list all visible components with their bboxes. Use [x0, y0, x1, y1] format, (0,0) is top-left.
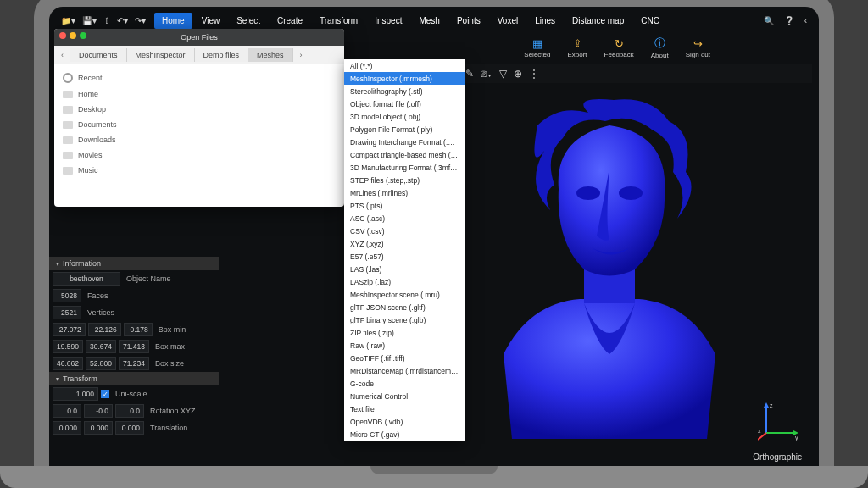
breadcrumb-fwd[interactable]: › [293, 51, 309, 59]
breadcrumb-seg[interactable]: Documents [70, 48, 127, 62]
format-option[interactable]: glTF binary scene (.glb) [344, 313, 465, 326]
tab-mesh[interactable]: Mesh [411, 13, 447, 29]
tab-cnc[interactable]: CNC [633, 13, 667, 29]
undo-icon[interactable]: ↶▾ [117, 16, 128, 25]
breadcrumbs: ‹ Documents MeshInspector Demo files Mes… [54, 46, 344, 64]
format-option[interactable]: Drawing Interchange Format (.dxf) [344, 136, 465, 148]
axis-gizmo[interactable]: z y x [758, 399, 800, 441]
format-option[interactable]: 3D model object (.obj) [344, 110, 465, 123]
sidebar-music[interactable]: Music [54, 163, 136, 178]
search-icon[interactable]: 🔍 [764, 16, 774, 25]
transform-panel-header[interactable]: Transform [49, 372, 219, 385]
format-option[interactable]: LASzip (.laz) [344, 275, 465, 288]
format-option[interactable]: MeshInspector (.mrmesh) [344, 72, 465, 85]
format-option[interactable]: STEP files (.step,.stp) [344, 174, 465, 186]
format-option[interactable]: Object format file (.off) [344, 97, 465, 110]
svg-point-0 [576, 186, 600, 200]
menubar-right: 🔍 ❔ ‹ [764, 16, 807, 25]
menubar-left-icons: 📁▾ 💾▾ ⇧ ↶▾ ↷▾ [61, 16, 146, 25]
format-option[interactable]: G-code [344, 377, 465, 390]
format-option[interactable]: Micro CT (.gav) [344, 428, 465, 441]
format-option[interactable]: Numerical Control [344, 390, 465, 402]
toolbar-about[interactable]: ⓘAbout [651, 36, 669, 59]
format-option[interactable]: E57 (.e57) [344, 250, 465, 263]
format-option[interactable]: MrLines (.mrlines) [344, 186, 465, 199]
file-format-dropdown[interactable]: All (*.*)MeshInspector (.mrmesh)Stereoli… [344, 59, 465, 441]
sidebar-recent[interactable]: Recent [54, 69, 136, 86]
uniscale-checkbox[interactable]: ✓ [101, 390, 109, 398]
open-file-dialog: Open Files ‹ Documents MeshInspector Dem… [54, 29, 344, 207]
format-option[interactable]: Compact triangle-based mesh (.ctm) [344, 148, 465, 161]
tab-view[interactable]: View [194, 13, 228, 29]
svg-point-1 [619, 186, 643, 200]
format-option[interactable]: OpenVDB (.vdb) [344, 415, 465, 428]
format-option[interactable]: Text file [344, 402, 465, 415]
format-option[interactable]: Raw (.raw) [344, 339, 465, 352]
format-option[interactable]: LAS (.las) [344, 263, 465, 275]
dialog-sidebar: Recent Home Desktop Documents Downloads … [54, 64, 136, 183]
tab-points[interactable]: Points [449, 13, 488, 29]
format-option[interactable]: Polygon File Format (.ply) [344, 123, 465, 136]
main-menubar: 📁▾ 💾▾ ⇧ ↶▾ ↷▾ Home View Select Create Tr… [56, 10, 812, 30]
format-option[interactable]: Stereolithography (.stl) [344, 85, 465, 97]
icon-tool-7[interactable]: ⎚▾ [481, 68, 492, 80]
format-option[interactable]: CSV (.csv) [344, 225, 465, 237]
format-option[interactable]: MRDistanceMap (.mrdistancemap) [344, 364, 465, 377]
format-option[interactable]: GeoTIFF (.tif,.tiff) [344, 352, 465, 364]
window-controls[interactable] [59, 32, 86, 39]
format-option[interactable]: XYZ (.xyz) [344, 237, 465, 250]
breadcrumb-seg[interactable]: Demo files [195, 48, 249, 62]
icon-tool-9[interactable]: ⊕ [514, 68, 522, 80]
sidebar-downloads[interactable]: Downloads [54, 132, 136, 147]
svg-text:z: z [770, 402, 773, 408]
sidebar-documents[interactable]: Documents [54, 117, 136, 132]
format-option[interactable]: ASC (.asc) [344, 212, 465, 225]
icon-tool-10[interactable]: ⋮ [529, 68, 539, 80]
tab-transform[interactable]: Transform [312, 13, 365, 29]
collapse-icon[interactable]: ‹ [804, 16, 807, 25]
dialog-titlebar: Open Files [54, 29, 344, 46]
tab-distance-map[interactable]: Distance map [565, 13, 632, 29]
tab-create[interactable]: Create [270, 13, 310, 29]
save-icon[interactable]: 💾▾ [82, 16, 97, 25]
format-option[interactable]: All (*.*) [344, 59, 465, 72]
tab-lines[interactable]: Lines [527, 13, 563, 29]
open-icon[interactable]: 📁▾ [61, 16, 75, 25]
tab-inspect[interactable]: Inspect [367, 13, 409, 29]
toolbar-selected[interactable]: ▦Selected [524, 37, 550, 58]
toolbar-feedback[interactable]: ↻Feedback [604, 37, 634, 58]
info-panel-header[interactable]: Information [49, 257, 219, 270]
format-option[interactable]: ZIP files (.zip) [344, 326, 465, 339]
tab-home[interactable]: Home [154, 13, 192, 29]
svg-text:x: x [758, 428, 761, 434]
tab-voxel[interactable]: Voxel [490, 13, 526, 29]
info-transform-panels: Information beethovenObject Name 5028Fac… [49, 257, 219, 436]
format-option[interactable]: 3D Manufacturing Format (.3mf,*.model) [344, 161, 465, 174]
projection-label[interactable]: Orthographic [753, 452, 802, 462]
main-tabs: Home View Select Create Transform Inspec… [154, 13, 667, 29]
tab-select[interactable]: Select [229, 13, 268, 29]
upload-icon[interactable]: ⇧ [103, 16, 110, 25]
format-option[interactable]: glTF JSON scene (.gltf) [344, 301, 465, 313]
sidebar-home[interactable]: Home [54, 86, 136, 102]
dialog-title: Open Files [181, 33, 218, 42]
icon-tool-8[interactable]: ▽ [499, 68, 507, 80]
breadcrumb-seg[interactable]: Meshes [248, 48, 293, 62]
sidebar-desktop[interactable]: Desktop [54, 102, 136, 117]
sidebar-movies[interactable]: Movies [54, 147, 136, 163]
laptop-notch [370, 466, 498, 474]
toolbar-export[interactable]: ⇪Export [567, 37, 587, 58]
svg-marker-3 [764, 402, 769, 408]
redo-icon[interactable]: ↷▾ [135, 16, 146, 25]
breadcrumb-seg[interactable]: MeshInspector [127, 48, 195, 62]
toolbar-signout[interactable]: ↪Sign out [686, 37, 710, 58]
format-option[interactable]: PTS (.pts) [344, 199, 465, 212]
format-option[interactable]: MeshInspector scene (.mru) [344, 288, 465, 301]
breadcrumb-back[interactable]: ‹ [54, 51, 70, 59]
svg-line-6 [758, 433, 766, 440]
mesh-preview [478, 92, 741, 447]
object-name-value: beethoven [53, 272, 120, 286]
icon-tool-6[interactable]: ✎ [465, 68, 474, 80]
svg-text:y: y [795, 435, 798, 441]
help-icon[interactable]: ❔ [784, 16, 794, 25]
